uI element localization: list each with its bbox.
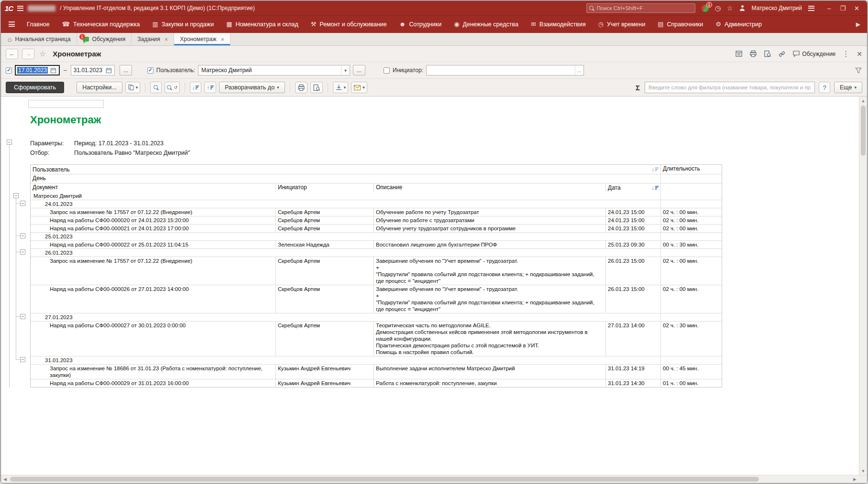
column-header-date[interactable]: Дата ↓: [605, 183, 660, 192]
calendar-icon[interactable]: [49, 66, 57, 75]
initiator-filter-field[interactable]: ...: [426, 65, 584, 75]
main-menu-icon[interactable]: [17, 6, 23, 11]
service-menu-icon[interactable]: [808, 6, 814, 11]
favorite-star-icon[interactable]: ☆: [39, 49, 46, 58]
scroll-left-arrow[interactable]: ◀: [1, 475, 9, 483]
column-header-document[interactable]: Документ: [31, 183, 275, 192]
report-group-day[interactable]: 24.01.2023: [31, 200, 722, 208]
menu-item-section[interactable]: ☻Сотрудники: [393, 15, 448, 33]
tab-item[interactable]: ⌂Начальная страница: [2, 33, 77, 45]
chevron-down-icon[interactable]: ▾: [341, 65, 350, 75]
tab-close-icon[interactable]: ×: [165, 36, 168, 43]
column-header-day[interactable]: День: [31, 174, 660, 183]
favorites-icon[interactable]: ☆: [727, 5, 733, 11]
collapse-user-group-button[interactable]: −: [13, 193, 19, 198]
menu-item-section[interactable]: ⚒Ремонт и обслуживание: [305, 15, 393, 33]
initiator-options-icon[interactable]: ...: [575, 65, 583, 75]
tab-item[interactable]: Задания×: [132, 33, 174, 45]
report-row[interactable]: Запрос на изменение № 17557 от 07.12.22 …: [31, 208, 722, 216]
sort-icon[interactable]: ↓: [652, 167, 659, 172]
sort-icon[interactable]: ↓: [652, 185, 659, 191]
print-preview-icon[interactable]: [764, 50, 771, 57]
column-header-initiator[interactable]: Инициатор: [275, 183, 374, 192]
collaboration-icon[interactable]: 1: [702, 5, 709, 12]
collapse-day-group-button[interactable]: −: [20, 249, 25, 255]
scroll-right-arrow[interactable]: ▶: [851, 475, 859, 483]
send-by-email-button[interactable]: ▾: [351, 82, 367, 93]
report-row[interactable]: Наряд на работы СФ00-000022 от 25.01.202…: [31, 240, 722, 248]
forward-button[interactable]: →: [22, 49, 34, 59]
quick-filter-input[interactable]: [645, 82, 815, 93]
report-row[interactable]: Наряд на работы СФ00-000026 от 27.01.202…: [31, 285, 722, 313]
menu-item-section[interactable]: ◉Денежные средства: [448, 15, 525, 33]
horizontal-scrollbar-thumb[interactable]: [10, 477, 759, 482]
save-result-button[interactable]: ▾: [333, 82, 349, 93]
initiator-filter-checkbox[interactable]: [384, 67, 390, 74]
generate-button[interactable]: Сформировать: [6, 82, 64, 93]
menu-item-section[interactable]: ◷Учет времени: [592, 15, 652, 33]
report-row[interactable]: Наряд на работы СФ00-000027 от 30.01.202…: [31, 321, 722, 356]
maximize-button[interactable]: ❐: [836, 3, 849, 13]
print-preview-button[interactable]: [310, 82, 323, 93]
settings-button[interactable]: Настройки...: [77, 82, 122, 93]
collapse-day-group-button[interactable]: −: [20, 314, 25, 319]
column-header-description[interactable]: Описание: [374, 183, 605, 192]
menu-item-section[interactable]: ▥Закупки и продажи: [146, 15, 220, 33]
report-group-day[interactable]: 27.01.2023: [31, 313, 722, 321]
header-row-user[interactable]: Пользователь ↓ Длительность: [31, 165, 722, 174]
report-board-icon[interactable]: [735, 50, 743, 57]
period-to-field[interactable]: 31.01.2023: [71, 65, 115, 75]
report-group-day[interactable]: 25.01.2023: [31, 232, 722, 240]
report-row[interactable]: Наряд на работы СФ00-000021 от 24.01.202…: [31, 224, 722, 232]
report-group-day[interactable]: 31.01.2023: [31, 356, 722, 364]
vertical-scroll-track[interactable]: [859, 105, 867, 467]
header-row-day[interactable]: День: [31, 174, 722, 183]
collapse-day-group-button[interactable]: −: [20, 233, 25, 238]
cancel-search-button[interactable]: ↺: [165, 82, 180, 93]
menu-item-section[interactable]: ✉Взаимодействия: [525, 15, 592, 33]
print-button[interactable]: [295, 82, 308, 93]
report-row[interactable]: Запрос на изменение № 17557 от 07.12.22 …: [31, 257, 722, 285]
menu-item-section[interactable]: ☎Техническая поддержка: [56, 15, 146, 33]
scroll-up-arrow[interactable]: ▲: [859, 97, 867, 105]
header-row-columns[interactable]: Документ Инициатор Описание Дата ↓: [31, 183, 722, 192]
menu-item-section[interactable]: ⚙Администрир: [709, 15, 768, 33]
close-form-icon[interactable]: ✕: [857, 50, 862, 58]
user-filter-combo[interactable]: Матреско Дмитрий ▾: [198, 65, 350, 75]
user-filter-options-button[interactable]: ...: [353, 65, 365, 75]
more-button[interactable]: Еще▾: [834, 82, 862, 93]
horizontal-scroll-track[interactable]: [9, 475, 851, 483]
report-row[interactable]: Наряд на работы СФ00-000020 от 24.01.202…: [31, 216, 722, 224]
scroll-down-arrow[interactable]: ▼: [859, 467, 867, 475]
collapse-day-group-button[interactable]: −: [20, 357, 25, 362]
column-header-user[interactable]: Пользователь: [33, 166, 70, 173]
report-row[interactable]: Наряд на работы СФ00-000029 от 31.01.202…: [31, 379, 722, 387]
report-group-user[interactable]: Матреско Дмитрий: [31, 192, 722, 200]
copy-settings-button[interactable]: ▾: [125, 82, 141, 93]
period-checkbox[interactable]: [6, 67, 12, 74]
print-icon[interactable]: [749, 50, 757, 57]
tab-active[interactable]: Хронометраж×: [174, 33, 231, 45]
column-header-duration[interactable]: Длительность: [660, 165, 722, 174]
period-from-field[interactable]: 17.01.2023: [15, 65, 60, 75]
collapse-day-group-button[interactable]: −: [20, 201, 25, 206]
tab-item[interactable]: 1Обсуждения: [77, 33, 132, 45]
report-group-day[interactable]: 26.01.2023: [31, 248, 722, 257]
expand-to-button[interactable]: Разворачивать до▾: [219, 82, 285, 93]
user-filter-checkbox[interactable]: [147, 67, 154, 74]
collapse-report-button[interactable]: −: [7, 140, 12, 145]
global-search[interactable]: [586, 3, 695, 13]
get-link-icon[interactable]: [778, 50, 786, 58]
collapse-groups-button[interactable]: ↓: [190, 82, 202, 93]
report-row[interactable]: Запрос на изменение № 18686 от 31.01.23 …: [31, 364, 722, 379]
menu-item-section[interactable]: ▤Справочники: [651, 15, 709, 33]
period-options-button[interactable]: ...: [120, 65, 132, 75]
menu-item-section[interactable]: ▦Номенклатура и склад: [220, 15, 305, 33]
vertical-scrollbar-thumb[interactable]: [861, 106, 866, 156]
find-button[interactable]: [150, 82, 162, 93]
totals-button[interactable]: Σ: [635, 84, 641, 92]
back-button[interactable]: ←: [6, 49, 18, 59]
calendar-icon[interactable]: [105, 65, 113, 75]
current-user-name[interactable]: Матреско Дмитрий: [752, 5, 802, 11]
tab-close-icon[interactable]: ×: [220, 36, 224, 43]
